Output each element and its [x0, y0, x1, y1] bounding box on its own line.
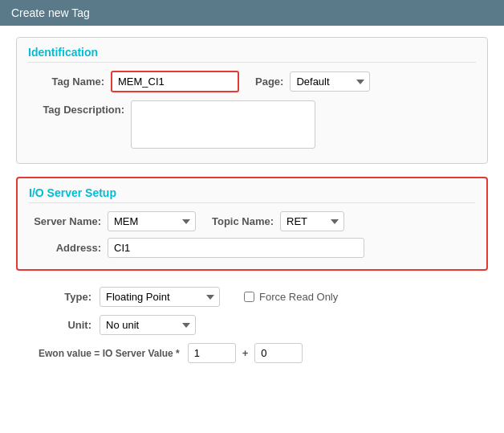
title-bar: Create new Tag [0, 0, 504, 26]
io-server-section: I/O Server Setup Server Name: MEM Topic … [16, 177, 488, 271]
force-read-only-checkbox[interactable] [244, 292, 254, 302]
io-server-title: I/O Server Setup [29, 186, 475, 203]
identification-title: Identification [28, 46, 476, 63]
tag-description-input[interactable] [131, 100, 315, 149]
page-label: Page: [255, 76, 283, 88]
ewon-offset-input[interactable] [254, 343, 303, 363]
content-area: Identification Tag Name: Page: Default T… [0, 26, 504, 433]
ewon-multiplier-input[interactable] [188, 343, 236, 363]
type-select[interactable]: Floating Point Integer Boolean String [100, 287, 220, 307]
unit-label: Unit: [27, 319, 91, 331]
tag-description-label: Tag Description: [28, 100, 124, 116]
type-row: Type: Floating Point Integer Boolean Str… [27, 287, 477, 307]
force-read-only-row: Force Read Only [244, 291, 338, 303]
tag-name-input[interactable] [111, 71, 239, 92]
page-select[interactable]: Default [290, 71, 370, 92]
main-window: Create new Tag Identification Tag Name: … [0, 0, 504, 433]
server-topic-row: Server Name: MEM Topic Name: RET [29, 211, 475, 231]
tag-description-row: Tag Description: [28, 100, 476, 149]
bottom-section: Type: Floating Point Integer Boolean Str… [16, 284, 488, 374]
topic-name-label: Topic Name: [212, 215, 274, 227]
address-row: Address: [29, 238, 475, 258]
address-label: Address: [29, 242, 101, 254]
plus-sign: + [242, 347, 249, 359]
tag-name-label: Tag Name: [28, 76, 104, 88]
unit-select[interactable]: No unit [100, 315, 196, 335]
tag-name-row: Tag Name: Page: Default [28, 71, 476, 92]
title-text: Create new Tag [11, 6, 90, 19]
topic-name-select[interactable]: RET [280, 211, 344, 231]
identification-section: Identification Tag Name: Page: Default T… [16, 37, 488, 164]
type-label: Type: [27, 291, 91, 303]
ewon-row: Ewon value = IO Server Value * + [27, 343, 477, 363]
unit-row: Unit: No unit [27, 315, 477, 335]
server-name-label: Server Name: [29, 215, 101, 227]
server-name-select[interactable]: MEM [108, 211, 196, 231]
ewon-label: Ewon value = IO Server Value * [39, 348, 180, 359]
force-read-only-label: Force Read Only [259, 291, 338, 303]
address-input[interactable] [108, 238, 364, 258]
